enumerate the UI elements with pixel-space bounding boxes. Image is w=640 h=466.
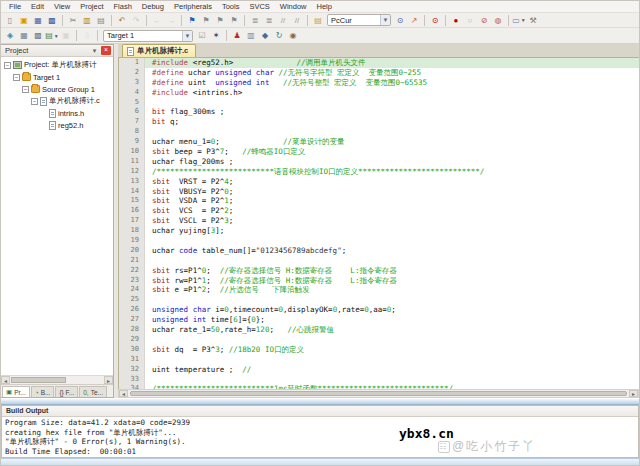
chevron-down-icon[interactable]: ▼: [182, 31, 192, 41]
chevron-down-icon[interactable]: ▼: [54, 33, 59, 39]
code-line[interactable]: 25: [119, 295, 639, 305]
manage-rte-button[interactable]: ♟: [231, 30, 244, 42]
code-line[interactable]: 28uchar rate_1=50,rate_h=120; //心跳报警值: [119, 325, 639, 335]
code-line[interactable]: 21: [119, 256, 639, 266]
build-output-log[interactable]: Program Size: data=41.2 xdata=0 code=293…: [2, 417, 638, 457]
options-for-target-button[interactable]: ✶: [210, 30, 223, 42]
code-line[interactable]: 30sbit dq = P3^3; //18b20 IO口的定义: [119, 345, 639, 355]
code-line[interactable]: 18uchar yujing[3];: [119, 226, 639, 236]
indent-right-button[interactable]: ≣: [263, 14, 276, 26]
menu-help[interactable]: Help: [312, 2, 337, 11]
code-line[interactable]: 3#define uint unsigned int //无符号整型 宏定义 变…: [119, 78, 639, 88]
window-layout-button[interactable]: ▭▼: [513, 14, 526, 26]
bookmark-prev-button[interactable]: ⚑: [214, 14, 227, 26]
insert-breakpoint-button[interactable]: ●: [450, 14, 463, 26]
select-software-packs-button[interactable]: ◆: [259, 30, 272, 42]
menu-peripherals[interactable]: Peripherals: [169, 2, 217, 11]
navigate-forward-button[interactable]: →: [165, 14, 178, 26]
code-line[interactable]: 23sbit rw=P1^1; //寄存器选择信号 H:数据寄存器 L:指令寄存…: [119, 276, 639, 286]
editor-tab[interactable]: 单片机脉搏计.c: [122, 44, 196, 57]
pack-installer-button[interactable]: ◉: [287, 30, 300, 42]
code-line[interactable]: 5: [119, 98, 639, 108]
code-line[interactable]: 31: [119, 355, 639, 365]
code-line[interactable]: 7bit q;: [119, 117, 639, 127]
scroll-left-icon[interactable]: ◂: [1, 376, 10, 384]
menu-view[interactable]: View: [49, 2, 75, 11]
menu-tools[interactable]: Tools: [217, 2, 245, 11]
navigate-back-button[interactable]: ←: [151, 14, 164, 26]
code-line[interactable]: 20uchar code table_num[]="0123456789abcd…: [119, 246, 639, 256]
scroll-right-icon[interactable]: ▸: [629, 390, 638, 397]
code-line[interactable]: 32uint temperature ; //: [119, 365, 639, 375]
code-line[interactable]: 26unsigned char i=0,timecount=0,displayO…: [119, 305, 639, 315]
open-file-button[interactable]: ▣: [18, 14, 31, 26]
reload-packs-button[interactable]: ↻: [273, 30, 286, 42]
horizontal-splitter[interactable]: [1, 398, 639, 405]
save-all-button[interactable]: ▩: [46, 14, 59, 26]
enable-breakpoint-button[interactable]: ○: [464, 14, 477, 26]
menu-project[interactable]: Project: [75, 2, 108, 11]
code-line[interactable]: 1#include <reg52.h> //调用单片机头文件: [119, 58, 639, 68]
kill-all-breakpoints-button[interactable]: ◍: [492, 14, 505, 26]
code-editor[interactable]: 1#include <reg52.h> //调用单片机头文件2#define u…: [118, 58, 639, 389]
copy-button[interactable]: ▥: [81, 14, 94, 26]
menu-file[interactable]: File: [4, 2, 26, 11]
code-line[interactable]: 4#include <intrins.h>: [119, 88, 639, 98]
disable-all-breakpoints-button[interactable]: ⊘: [478, 14, 491, 26]
paste-button[interactable]: ▤: [95, 14, 108, 26]
code-line[interactable]: 15sbit VSDA = P2^1;: [119, 196, 639, 206]
incremental-find-button[interactable]: ↗: [408, 14, 421, 26]
undo-button[interactable]: ↶: [116, 14, 129, 26]
code-line[interactable]: 9uchar menu_1=0; //菜单设计的变量: [119, 137, 639, 147]
save-button[interactable]: ▦: [32, 14, 45, 26]
tree-item[interactable]: −Source Group 1: [1, 83, 113, 95]
code-line[interactable]: 16sbit VCS = P2^2;: [119, 206, 639, 216]
manage-project-items-button[interactable]: ☑: [196, 30, 209, 42]
tab-books[interactable]: ◔B...: [31, 386, 55, 397]
code-line[interactable]: 19: [119, 236, 639, 246]
scrollbar-thumb[interactable]: [11, 377, 66, 383]
bookmark-toggle-button[interactable]: ⚑: [186, 14, 199, 26]
new-file-button[interactable]: ▯: [4, 14, 17, 26]
expander-icon[interactable]: −: [22, 86, 29, 93]
expander-icon[interactable]: −: [4, 62, 11, 69]
indent-left-button[interactable]: ≣: [249, 14, 262, 26]
code-line[interactable]: 10sbit beep = P3^7; //蜂鸣器IO口定义: [119, 147, 639, 157]
scrollbar-thumb[interactable]: [130, 391, 627, 396]
menu-flash[interactable]: Flash: [109, 2, 137, 11]
code-line[interactable]: 27unsigned int time[6]={0};: [119, 315, 639, 325]
code-line[interactable]: 8: [119, 127, 639, 137]
close-panel-button[interactable]: ×: [101, 46, 111, 55]
target-select-combobox[interactable]: Target 1▼: [103, 30, 193, 42]
code-line[interactable]: 14sbit VBUSY= P2^0;: [119, 187, 639, 197]
redo-button[interactable]: ↷: [130, 14, 143, 26]
tree-item[interactable]: −Target 1: [1, 71, 113, 83]
batch-build-button[interactable]: ▤▼: [46, 30, 59, 42]
debug-session-button[interactable]: ⊙: [429, 14, 442, 26]
comment-selection-button[interactable]: //: [277, 14, 290, 26]
code-line[interactable]: 29: [119, 335, 639, 345]
scroll-right-icon[interactable]: ▸: [104, 376, 113, 384]
tab-project[interactable]: ▣Pr...: [2, 386, 30, 397]
code-line[interactable]: 33: [119, 375, 639, 385]
tab-templates[interactable]: 0,Te...: [79, 386, 107, 397]
build-button[interactable]: ▦: [18, 30, 31, 42]
translate-file-button[interactable]: ◈: [4, 30, 17, 42]
menu-window[interactable]: Window: [275, 2, 312, 11]
rebuild-all-button[interactable]: ▩: [32, 30, 45, 42]
download-button[interactable]: ⇩: [81, 30, 94, 42]
code-line[interactable]: 2#define uchar unsigned char //无符号字符型 宏定…: [119, 68, 639, 78]
code-line[interactable]: 17sbit VSCL = P2^3;: [119, 216, 639, 226]
expander-icon[interactable]: −: [31, 98, 38, 105]
code-line[interactable]: 11uchar flag_200ms ;: [119, 157, 639, 167]
tree-item[interactable]: −Project: 单片机脉搏计: [1, 59, 113, 71]
expander-icon[interactable]: −: [13, 74, 20, 81]
find-book-icon[interactable]: ▤: [312, 14, 325, 26]
menu-svcs[interactable]: SVCS: [244, 2, 274, 11]
configure-button[interactable]: ⚒: [527, 14, 540, 26]
tree-item[interactable]: reg52.h: [1, 119, 113, 131]
code-line[interactable]: 24sbit e =P1^2; //片选信号 下降沿触发: [119, 285, 639, 295]
code-line[interactable]: 22sbit rs=P1^0; //寄存器选择信号 H:数据寄存器 L:指令寄存…: [119, 266, 639, 276]
project-panel-hscrollbar[interactable]: ◂ ▸: [1, 375, 113, 384]
find-combobox[interactable]: PcCur▼: [327, 14, 391, 26]
